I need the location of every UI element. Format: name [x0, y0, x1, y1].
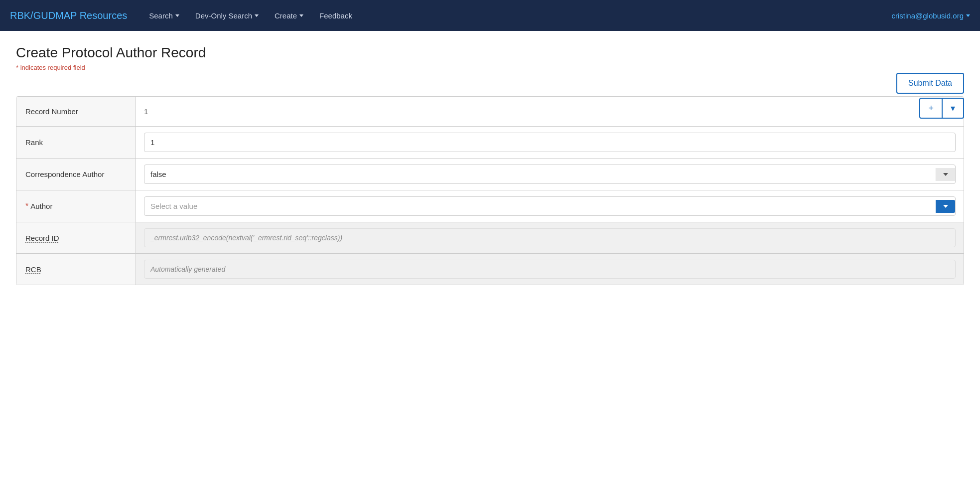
- nav-label-search: Search: [149, 11, 173, 20]
- disabled-input-record-id: [144, 228, 956, 247]
- required-star-author: *: [25, 202, 28, 211]
- main-content: Create Protocol Author Record * indicate…: [0, 31, 980, 503]
- form-row-record-number: Record Number1: [16, 97, 964, 127]
- form-row-correspondence-author: Correspondence Authorfalse: [16, 159, 964, 190]
- author-select-wrapper-author[interactable]: Select a value: [144, 196, 956, 216]
- form-value-correspondence-author[interactable]: false: [136, 159, 964, 190]
- label-text-rank: Rank: [25, 138, 43, 147]
- nav-item-dev-only-search[interactable]: Dev-Only Search: [188, 7, 266, 24]
- required-note: * indicates required field: [16, 64, 964, 71]
- navbar-user-label: cristina@globusid.org: [892, 11, 964, 20]
- nav-caret-icon-create: [299, 14, 303, 17]
- nav-item-create[interactable]: Create: [268, 7, 310, 24]
- label-text-correspondence-author: Correspondence Author: [25, 170, 104, 178]
- page-title: Create Protocol Author Record: [16, 45, 964, 61]
- label-text-record-id: Record ID: [25, 234, 59, 242]
- select-value-correspondence-author: false: [144, 165, 936, 183]
- author-placeholder-author: Select a value: [144, 197, 936, 215]
- form-row-rank: Rank: [16, 127, 964, 159]
- form-value-rcb: [136, 254, 964, 285]
- form-value-author[interactable]: Select a value: [136, 190, 964, 222]
- nav-caret-icon-dev-only-search: [255, 14, 259, 17]
- form-label-correspondence-author: Correspondence Author: [16, 159, 136, 190]
- submit-data-button[interactable]: Submit Data: [896, 73, 964, 94]
- author-caret-icon-author: [943, 205, 948, 208]
- form-label-record-id: Record ID: [16, 222, 136, 253]
- author-caret-btn-author[interactable]: [936, 200, 955, 213]
- nav-item-feedback[interactable]: Feedback: [312, 7, 359, 24]
- nav-label-create: Create: [275, 11, 297, 20]
- add-record-group: + ▾: [919, 98, 964, 119]
- text-input-rank[interactable]: [144, 133, 956, 152]
- select-wrapper-correspondence-author[interactable]: false: [144, 165, 956, 184]
- form-value-record-id: [136, 222, 964, 253]
- form-label-record-number: Record Number: [16, 97, 136, 126]
- form-row-record-id: Record ID: [16, 222, 964, 254]
- navbar-user[interactable]: cristina@globusid.org: [892, 11, 970, 20]
- form-row-author: * AuthorSelect a value: [16, 190, 964, 222]
- select-caret-icon-correspondence-author: [943, 173, 948, 176]
- nav-label-feedback: Feedback: [319, 11, 352, 20]
- disabled-input-rcb: [144, 260, 956, 279]
- label-text-author: Author: [30, 202, 52, 210]
- nav-item-search[interactable]: Search: [142, 7, 186, 24]
- top-actions: Submit Data + ▾: [896, 73, 964, 119]
- nav-caret-icon-search: [175, 14, 179, 17]
- form-row-rcb: RCB: [16, 254, 964, 285]
- static-value-record-number: 1: [144, 107, 148, 116]
- navbar-links: SearchDev-Only SearchCreateFeedback: [142, 7, 891, 24]
- form-value-rank[interactable]: [136, 127, 964, 158]
- navbar: RBK/GUDMAP Resources SearchDev-Only Sear…: [0, 0, 980, 31]
- label-text-record-number: Record Number: [25, 107, 78, 116]
- form-container: Record Number1RankCorrespondence Authorf…: [16, 96, 964, 285]
- form-value-record-number: 1: [136, 97, 964, 126]
- add-record-dropdown-button[interactable]: ▾: [942, 98, 964, 119]
- form-label-rcb: RCB: [16, 254, 136, 285]
- add-record-button[interactable]: +: [919, 98, 942, 119]
- form-label-author: * Author: [16, 190, 136, 222]
- label-text-rcb: RCB: [25, 265, 41, 274]
- navbar-user-caret-icon: [966, 14, 970, 17]
- navbar-brand[interactable]: RBK/GUDMAP Resources: [10, 10, 127, 21]
- form-label-rank: Rank: [16, 127, 136, 158]
- nav-label-dev-only-search: Dev-Only Search: [195, 11, 252, 20]
- select-caret-btn-correspondence-author[interactable]: [936, 168, 955, 181]
